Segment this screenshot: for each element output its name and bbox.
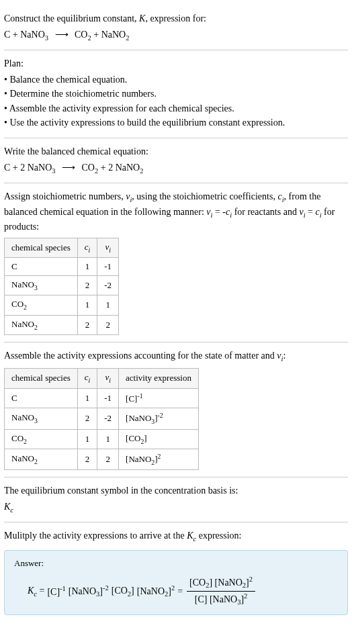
stoich-table: chemical species ci νi C 1 -1 NaNO3 2 -2… <box>4 238 119 335</box>
k-symbol: K <box>139 13 145 24</box>
balanced-heading: Write the balanced chemical equation: <box>4 145 348 158</box>
subscript-i: i <box>89 246 91 253</box>
table-row: C 1 -1 <box>5 257 119 275</box>
t4-sup: 2 <box>171 584 175 592</box>
product-co2: CO <box>75 30 87 40</box>
subscript: 2 <box>24 304 27 311</box>
balanced-left: C + 2 NaNO <box>4 163 52 173</box>
product-nano2: NaNO <box>101 30 126 40</box>
eq-prod: = <box>306 207 316 217</box>
answer-label: Answer: <box>14 557 338 569</box>
assemble-t: Assemble the activity expressions accoun… <box>4 351 277 361</box>
text-react: for reactants and <box>232 207 299 217</box>
cell-c: 2 <box>77 276 97 295</box>
cell-species: NaNO3 <box>5 408 78 430</box>
term-co2: [CO2] <box>112 584 134 599</box>
kc-lhs: Kc = <box>28 584 44 599</box>
cell-c: 2 <box>77 449 97 470</box>
answer-box: Answer: Kc = [C]-1 [NaNO3]-2 [CO2] [NaNO… <box>4 550 348 615</box>
cell-nu: 2 <box>97 315 119 334</box>
subscript: 2 <box>140 167 143 174</box>
multiply-section: Mulitply the activity expressions to arr… <box>4 522 348 622</box>
species-text: C <box>11 261 17 271</box>
cell-species: NaNO2 <box>5 315 78 334</box>
cell-nu: 2 <box>97 449 119 470</box>
species-text: NaNO <box>11 412 34 422</box>
colon: : <box>283 351 285 361</box>
c-subscript: c <box>10 506 13 514</box>
cell-species: C <box>5 257 78 275</box>
cell-c: 2 <box>77 315 97 334</box>
plan-item: • Assemble the activity expression for e… <box>4 102 348 116</box>
plan-item: • Balance the chemical equation. <box>4 73 348 87</box>
subscript: 2 <box>34 323 38 330</box>
cell-species: NaNO3 <box>5 276 78 295</box>
reaction-arrow-icon: ⟶ <box>62 163 75 173</box>
k-letter: K <box>187 531 193 541</box>
equals: = <box>37 586 44 596</box>
species-text: NaNO <box>11 279 34 289</box>
t2: [NaNO <box>69 586 96 596</box>
table-row: CO2 1 1 <box>5 295 119 315</box>
cell-species: CO2 <box>5 295 78 315</box>
cell-c: 1 <box>77 257 97 275</box>
subscript-i: i <box>109 377 111 384</box>
unbalanced-equation: C + NaNO3 ⟶ CO2 + NaNO2 <box>4 28 348 43</box>
t2-sup: -2 <box>103 584 109 592</box>
balanced-nano2: NaNO <box>116 163 140 173</box>
assign-t2: , using the stoichiometric coefficients, <box>132 191 277 201</box>
cell-activity: [C]-1 <box>119 388 199 408</box>
eq-react: = - <box>212 207 226 217</box>
activity-section: Assemble the activity expressions accoun… <box>4 342 348 478</box>
col-nu: νi <box>97 369 119 388</box>
col-species: chemical species <box>5 238 78 257</box>
plan-item: • Use the activity expressions to build … <box>4 116 348 130</box>
t3: [CO <box>112 586 128 596</box>
table-row: NaNO2 2 2 <box>5 315 119 334</box>
act-sup: 2 <box>158 453 161 460</box>
cell-species: CO2 <box>5 429 78 449</box>
kc-symbol-section: The equilibrium constant symbol in the c… <box>4 477 348 522</box>
subscript: 3 <box>34 284 38 291</box>
cell-nu: -1 <box>97 388 119 408</box>
plus: + 2 <box>98 163 115 173</box>
balanced-equation: C + 2 NaNO3 ⟶ CO2 + 2 NaNO2 <box>4 161 348 176</box>
kc-text: The equilibrium constant symbol in the c… <box>4 484 348 498</box>
intro-text: Construct the equilibrium constant, K, e… <box>4 12 348 26</box>
subscript: 2 <box>24 437 27 445</box>
subscript: 3 <box>52 167 55 174</box>
col-c: ci <box>77 238 97 257</box>
intro-line1: Construct the equilibrium constant, <box>4 13 139 24</box>
cell-activity: [CO2] <box>119 429 199 449</box>
num-close: ] [NaNO <box>209 578 242 588</box>
cell-nu: -2 <box>97 276 119 295</box>
table-row: NaNO3 2 -2 <box>5 276 119 295</box>
intro-section: Construct the equilibrium constant, K, e… <box>4 5 348 50</box>
species-text: CO <box>11 299 24 309</box>
plan-item: • Determine the stoichiometric numbers. <box>4 87 348 101</box>
assign-section: Assign stoichiometric numbers, νi, using… <box>4 183 348 342</box>
table-row: CO2 1 1 [CO2] <box>5 429 199 449</box>
activity-table: chemical species ci νi activity expressi… <box>4 368 199 470</box>
reactant-text: C + NaNO <box>4 30 45 40</box>
plan-list: • Balance the chemical equation. • Deter… <box>4 73 348 130</box>
species-text: C <box>11 393 17 403</box>
cell-nu: 1 <box>97 429 119 449</box>
den-sup: 2 <box>244 592 247 600</box>
answer-formula: Kc = [C]-1 [NaNO3]-2 [CO2] [NaNO2]2 = [C… <box>28 575 338 608</box>
term-nano2: [NaNO2]2 <box>137 584 175 600</box>
den-text: [C] [NaNO <box>195 594 237 604</box>
table-header-row: chemical species ci νi <box>5 238 119 257</box>
cell-c: 1 <box>77 295 97 315</box>
assemble-text: Assemble the activity expressions accoun… <box>4 349 348 364</box>
numerator: [CO2] [NaNO2]2 <box>187 575 255 592</box>
cell-species: NaNO2 <box>5 449 78 470</box>
table-row: NaNO2 2 2 [NaNO2]2 <box>5 449 199 470</box>
subscript-i: i <box>89 377 91 384</box>
cell-c: 2 <box>77 408 97 430</box>
act-base: [NaNO <box>126 454 151 464</box>
k-letter: K <box>4 502 10 512</box>
subscript: 2 <box>126 34 129 41</box>
mult-t2: expression: <box>196 531 241 541</box>
multiply-text: Mulitply the activity expressions to arr… <box>4 529 348 544</box>
